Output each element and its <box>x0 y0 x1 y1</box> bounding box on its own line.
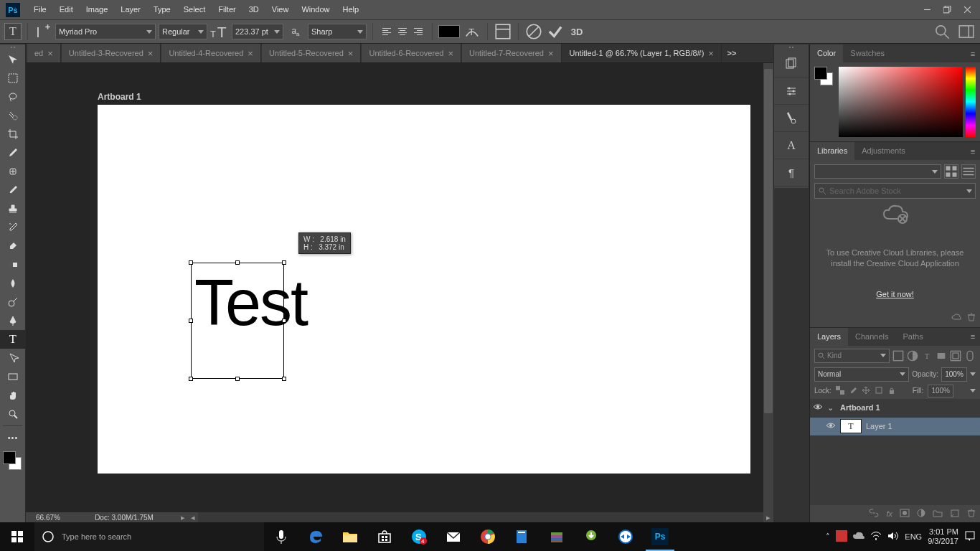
expand-icon[interactable]: ⌄ <box>827 403 836 413</box>
zoom-level[interactable]: 66.67% <box>26 514 70 522</box>
taskbar-teamviewer-icon[interactable] <box>608 522 643 551</box>
crop-tool[interactable] <box>0 125 26 143</box>
history-brush-tool[interactable] <box>0 218 26 237</box>
trash-icon[interactable] <box>967 313 976 324</box>
filter-pixel-icon[interactable] <box>892 350 904 362</box>
color-fg-bg[interactable] <box>814 67 836 88</box>
search-icon[interactable] <box>933 23 951 40</box>
close-icon[interactable]: × <box>248 48 253 59</box>
new-layer-icon[interactable] <box>950 509 960 519</box>
transform-handle[interactable] <box>282 260 286 265</box>
panel-menu-icon[interactable]: ≡ <box>966 44 980 62</box>
brushes-panel-icon[interactable] <box>774 105 809 132</box>
menu-3d[interactable]: 3D <box>242 0 265 19</box>
lock-artboard-icon[interactable] <box>875 386 883 396</box>
filter-smart-icon[interactable] <box>950 350 961 362</box>
text-transform-box[interactable]: Test <box>191 263 284 379</box>
tab-libraries[interactable]: Libraries <box>810 142 854 160</box>
close-icon[interactable]: × <box>548 48 554 59</box>
menu-edit[interactable]: Edit <box>53 0 80 19</box>
zoom-tool[interactable] <box>0 405 26 423</box>
tabs-overflow-button[interactable]: >> <box>722 44 741 62</box>
start-button[interactable] <box>0 522 34 551</box>
tray-network-icon[interactable] <box>870 531 882 542</box>
character-panel-icon[interactable]: A <box>774 132 809 159</box>
scroll-right[interactable]: ▸ <box>763 513 773 522</box>
opacity-value[interactable]: 100% <box>941 367 967 382</box>
lock-all-icon[interactable] <box>887 386 896 396</box>
character-panel-button[interactable] <box>494 23 512 40</box>
delete-layer-icon[interactable] <box>967 509 976 519</box>
taskbar-search[interactable]: Type here to search <box>34 522 264 551</box>
taskbar-app-icon[interactable] <box>505 522 540 551</box>
history-panel-icon[interactable] <box>774 50 809 77</box>
align-right-button[interactable] <box>410 24 426 39</box>
dodge-tool[interactable] <box>0 293 26 311</box>
libraries-get-link[interactable]: Get it now! <box>814 290 976 298</box>
tab-paths[interactable]: Paths <box>896 328 930 346</box>
doctab-0[interactable]: ed× <box>27 44 61 62</box>
panel-menu-icon[interactable]: ≡ <box>966 328 980 346</box>
transform-handle[interactable] <box>189 260 193 265</box>
font-family-dropdown[interactable]: Myriad Pro <box>55 24 156 39</box>
move-tool[interactable] <box>0 50 26 69</box>
window-minimize-button[interactable] <box>917 3 937 17</box>
close-icon[interactable]: × <box>148 48 154 59</box>
doc-info-arrow[interactable]: ▸ <box>178 513 188 522</box>
horizontal-scrollbar[interactable] <box>198 512 763 522</box>
blend-mode-dropdown[interactable]: Normal <box>814 367 909 382</box>
hue-slider[interactable] <box>966 67 976 137</box>
artboard[interactable]: Test W : 2.618 in H : 3.372 in <box>98 105 750 474</box>
type-tool[interactable]: T <box>0 330 26 349</box>
filter-toggle[interactable] <box>964 350 976 362</box>
layer-mask-icon[interactable] <box>900 509 910 519</box>
align-left-button[interactable] <box>379 24 395 39</box>
brush-tool[interactable] <box>0 181 26 199</box>
taskbar-mail-icon[interactable] <box>436 522 471 551</box>
layer-item-artboard[interactable]: ⌄ Artboard 1 <box>810 399 980 418</box>
doctab-1[interactable]: Untitled-3-Recovered× <box>62 44 161 62</box>
transform-handle[interactable] <box>189 377 193 381</box>
library-list-view[interactable] <box>961 164 976 179</box>
layer-filter-dropdown[interactable]: Kind <box>814 349 890 363</box>
doctab-5[interactable]: Untitled-7-Recovered× <box>462 44 562 62</box>
tab-swatches[interactable]: Swatches <box>843 44 892 62</box>
tray-volume-icon[interactable] <box>887 531 899 542</box>
warp-text-button[interactable]: T <box>463 23 481 40</box>
paragraph-panel-icon[interactable]: ¶ <box>774 159 809 187</box>
current-tool-indicator[interactable]: T <box>4 23 22 40</box>
path-select-tool[interactable] <box>0 349 26 367</box>
doctab-6[interactable]: Untitled-1 @ 66.7% (Layer 1, RGB/8#)× <box>562 44 722 62</box>
font-style-dropdown[interactable]: Regular <box>159 24 207 39</box>
menu-type[interactable]: Type <box>147 0 177 19</box>
filter-type-icon[interactable]: T <box>921 350 933 362</box>
taskbar-edge-icon[interactable] <box>298 522 333 551</box>
align-center-button[interactable] <box>395 24 410 39</box>
tray-overflow-icon[interactable]: ˄ <box>826 532 830 542</box>
doc-info[interactable]: Doc: 3.00M/1.75M <box>70 514 178 522</box>
close-icon[interactable]: × <box>708 48 714 59</box>
properties-panel-icon[interactable] <box>774 77 809 105</box>
adjustment-layer-icon[interactable] <box>917 509 925 519</box>
tab-channels[interactable]: Channels <box>848 328 895 346</box>
taskbar-idm-icon[interactable] <box>574 522 608 551</box>
tray-app-icon[interactable] <box>836 530 847 543</box>
library-grid-view[interactable] <box>944 164 958 179</box>
window-restore-button[interactable] <box>937 3 957 17</box>
link-layers-icon[interactable] <box>869 509 879 519</box>
lock-transparency-icon[interactable] <box>836 386 844 396</box>
tray-clock[interactable]: 3:01 PM 9/3/2017 <box>928 527 958 546</box>
visibility-icon[interactable] <box>826 422 836 430</box>
menu-window[interactable]: Window <box>295 0 336 19</box>
canvas-area[interactable]: Artboard 1 Test W : 2.618 in H : 3.372 i… <box>26 63 773 522</box>
taskbar-winrar-icon[interactable] <box>540 522 574 551</box>
menu-select[interactable]: Select <box>177 0 212 19</box>
transform-handle[interactable] <box>282 377 286 381</box>
rectangle-tool[interactable] <box>0 367 26 386</box>
vertical-scrollbar[interactable] <box>763 63 773 512</box>
menu-file[interactable]: File <box>27 0 53 19</box>
3d-button[interactable]: 3D <box>567 23 586 40</box>
taskbar-mic-icon[interactable] <box>264 522 298 551</box>
scroll-left[interactable]: ◂ <box>188 513 198 522</box>
layer-group-icon[interactable] <box>933 509 943 519</box>
